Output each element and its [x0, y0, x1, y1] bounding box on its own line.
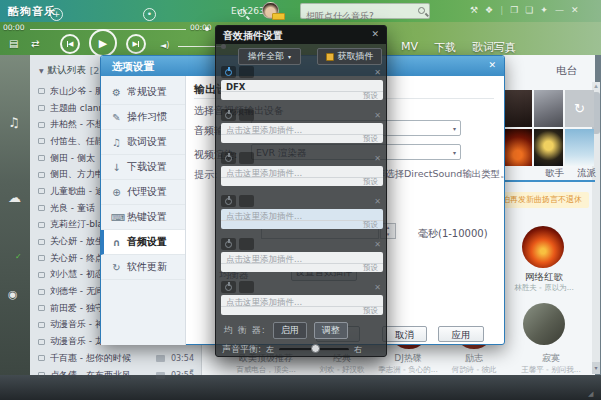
preset-label[interactable]: 预设 — [221, 91, 383, 100]
mini-player-icon[interactable]: ❐ — [510, 5, 518, 15]
category-tabs: 歌手 流派 — [545, 167, 596, 180]
album-thumbnail[interactable] — [503, 90, 532, 127]
power-icon[interactable] — [225, 112, 232, 119]
scroll-up-icon[interactable]: ▴ — [592, 82, 600, 90]
balance-right-label: 右 — [354, 344, 362, 355]
tab-singer[interactable]: 歌手 — [545, 167, 564, 180]
volume-icon[interactable]: ◄) — [160, 41, 169, 50]
album-thumbnail[interactable] — [534, 129, 563, 166]
song-title: 关心妍 - 放生 — [50, 235, 104, 248]
settings-sidebar-item[interactable]: ⚙ 常规设置 — [101, 80, 185, 105]
remove-plugin-icon[interactable]: ✕ — [374, 197, 381, 206]
power-icon[interactable] — [225, 155, 232, 162]
tab-download[interactable]: 下载 — [434, 40, 456, 55]
close-icon[interactable]: ✕ — [371, 29, 379, 39]
settings-sidebar-item[interactable]: ∩ 音频设置 — [101, 230, 185, 255]
apply-button[interactable]: 应用 — [438, 326, 484, 342]
skin-icon[interactable]: ❖ — [485, 5, 493, 15]
remove-plugin-icon[interactable]: ✕ — [374, 68, 381, 77]
settings-sidebar-item[interactable]: ⊕ 代理设置 — [101, 180, 185, 205]
balance-handle[interactable] — [311, 344, 320, 353]
mv-icon[interactable] — [156, 355, 165, 362]
shuffle-icon[interactable]: ⇄ — [31, 38, 39, 49]
wrench-icon[interactable]: ⚒ — [470, 5, 478, 15]
station-cover-hot[interactable] — [522, 226, 564, 268]
desktop-lyrics-icon[interactable]: ❏ — [525, 5, 533, 15]
station-cover[interactable] — [523, 303, 565, 345]
plugin-name: 点击这里添加插件... — [221, 166, 383, 177]
playlist-toggle-icon[interactable]: ▤ — [9, 38, 18, 49]
plugin-drop-area[interactable]: 点击这里添加插件... 预设 — [221, 209, 383, 229]
close-icon[interactable]: ✕ — [571, 5, 579, 15]
plugin-slot-header: ✕ — [221, 238, 383, 250]
settings-sidebar-item[interactable]: ↻ 软件更新 — [101, 255, 185, 280]
close-icon[interactable]: ✕ — [488, 60, 496, 70]
album-grid: ↻ — [503, 90, 595, 166]
refresh-icon[interactable]: ↻ — [574, 101, 585, 116]
settings-sidebar-item[interactable]: ✎ 操作习惯 — [101, 105, 185, 130]
station-item[interactable]: 寂寞 王馨平 - 别问我... — [515, 352, 587, 375]
remove-plugin-icon[interactable]: ✕ — [374, 154, 381, 163]
list-item[interactable]: 千百惠 - 想你的时候 03:54 — [32, 350, 200, 367]
preset-label[interactable]: 预设 — [221, 220, 383, 229]
album-thumbnail[interactable] — [534, 90, 563, 127]
pin-icon[interactable]: ✦ — [540, 5, 548, 15]
cloud-sync-icon[interactable]: ☁ — [8, 190, 21, 205]
get-plugins-button[interactable]: 获取插件 — [317, 48, 382, 65]
audio-dialog-titlebar[interactable]: 音效插件设置 ✕ — [216, 26, 386, 44]
add-song-button[interactable]: + — [50, 8, 63, 21]
power-icon[interactable] — [225, 198, 232, 205]
progress-handle[interactable] — [205, 27, 209, 31]
operate-all-button[interactable]: 操作全部 ▾ — [238, 48, 301, 65]
cancel-button[interactable]: 取消 — [382, 326, 427, 342]
minimize-icon[interactable]: — — [555, 5, 564, 15]
preset-label[interactable]: 预设 — [221, 306, 383, 315]
playlist-scroll-down-icon[interactable]: ▾ — [190, 367, 194, 375]
settings-sidebar-item[interactable]: ⌨ 热键设置 — [101, 205, 185, 230]
album-thumbnail[interactable] — [565, 129, 594, 166]
search-icon[interactable] — [418, 7, 425, 14]
settings-sidebar-item[interactable]: ♫ 歌词设置 — [101, 130, 185, 155]
preset-label[interactable]: 预设 — [221, 134, 383, 143]
resize-grip[interactable]: ◢ — [588, 390, 593, 398]
plugin-drop-area[interactable]: 点击这里添加插件... 预设 — [221, 252, 383, 272]
locate-song-button[interactable]: • — [143, 8, 156, 21]
power-icon[interactable] — [225, 241, 232, 248]
remove-plugin-icon[interactable]: ✕ — [374, 111, 381, 120]
station-item[interactable]: 励志 何韵诗 - 彼此 — [438, 352, 510, 375]
music-library-icon[interactable]: ♫ — [8, 115, 20, 130]
plugin-drop-area[interactable]: 点击这里添加插件... 预设 — [221, 295, 383, 315]
preset-label[interactable]: 预设 — [221, 177, 383, 186]
sidebar-item-icon: ✎ — [111, 112, 122, 123]
remove-plugin-icon[interactable]: ✕ — [374, 240, 381, 249]
search-input[interactable] — [301, 9, 413, 23]
search-list-button[interactable] — [238, 9, 246, 17]
preset-label[interactable]: 预设 — [221, 263, 383, 272]
sidebar-item-icon: ⌨ — [111, 212, 122, 223]
song-duration: 03:54 — [171, 354, 194, 363]
plugin-slot: ✕ 点击这里添加插件... 预设 — [221, 195, 383, 238]
album-thumbnail[interactable] — [503, 129, 532, 166]
refresh-tile[interactable]: ↻ — [565, 90, 594, 127]
plugin-drop-area[interactable]: 点击这里添加插件... 预设 — [221, 166, 383, 186]
play-button[interactable]: ▶ — [89, 29, 117, 57]
settings-sidebar-item[interactable]: ↓ 下载设置 — [101, 155, 185, 180]
plugin-drop-area[interactable]: 点击这里添加插件... 预设 — [221, 123, 383, 143]
collapse-icon[interactable]: ▼ — [39, 67, 44, 74]
power-icon[interactable] — [225, 284, 232, 291]
tab-radio[interactable]: 电台 — [556, 64, 577, 78]
plugin-drop-area[interactable]: DFX 预设 — [221, 80, 383, 100]
previous-button[interactable]: ◀ — [60, 34, 80, 54]
remove-plugin-icon[interactable]: ✕ — [374, 283, 381, 292]
tab-mv[interactable]: MV — [401, 40, 418, 55]
radio-icon[interactable]: ◉ — [8, 288, 18, 301]
next-button[interactable]: ▶ — [126, 34, 146, 54]
search-box[interactable] — [300, 3, 430, 19]
tab-genre[interactable]: 流派 — [577, 167, 596, 180]
balance-slider[interactable] — [279, 348, 349, 351]
sidebar-item-label: 操作习惯 — [127, 110, 167, 124]
tab-lyrics-photo[interactable]: 歌词写真 — [472, 40, 516, 55]
equalizer-enable-button[interactable]: 启用 — [273, 322, 307, 339]
power-icon[interactable] — [225, 69, 232, 76]
equalizer-adjust-button[interactable]: 调整 — [314, 322, 348, 339]
